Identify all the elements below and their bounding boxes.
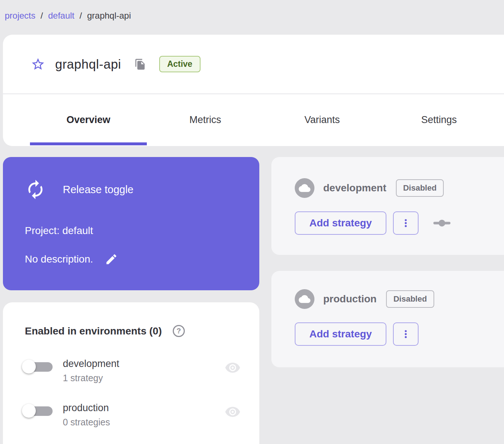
environment-status-badge: Disabled: [386, 290, 434, 308]
environment-card-name: development: [323, 182, 386, 194]
visibility-button-production[interactable]: [224, 404, 241, 420]
autorenew-icon: [25, 177, 46, 202]
environment-row-development: development 1 strategy: [25, 358, 241, 383]
status-badge: Active: [159, 56, 201, 72]
environment-name: production: [63, 402, 110, 414]
description-text: No description.: [25, 253, 93, 265]
toggle-switch-production[interactable]: [22, 403, 53, 419]
breadcrumb-current: graphql-api: [87, 11, 131, 21]
breadcrumb-separator: /: [41, 11, 43, 21]
feature-tabs: Overview Metrics Variants Settings: [3, 94, 504, 145]
more-actions-button[interactable]: [393, 211, 419, 235]
eye-icon: [224, 404, 241, 420]
add-strategy-button[interactable]: Add strategy: [295, 211, 386, 235]
breadcrumb-separator: /: [80, 11, 82, 21]
switch-thumb: [22, 360, 36, 374]
active-tab-indicator: [30, 142, 147, 145]
enabled-environments-panel: Enabled in environments (0) ? developmen…: [3, 302, 259, 444]
eye-icon: [224, 360, 241, 376]
panel-title: Enabled in environments (0): [25, 325, 162, 337]
edit-description-button[interactable]: [105, 253, 118, 266]
copy-icon: [134, 58, 146, 70]
strategy-count: 0 strategies: [63, 417, 110, 428]
environment-card-name: production: [323, 293, 377, 305]
toggle-overview-card: Release toggle Project: default No descr…: [3, 157, 259, 290]
copy-name-button[interactable]: [134, 58, 146, 70]
tab-variants[interactable]: Variants: [264, 94, 381, 145]
environment-card-development: development Disabled Add strategy: [271, 157, 504, 255]
toggle-type-row: Release toggle: [25, 177, 237, 202]
breadcrumb-link-default[interactable]: default: [48, 11, 75, 21]
environment-row-production: production 0 strategies: [25, 402, 241, 428]
more-actions-button[interactable]: [393, 322, 419, 346]
environment-name: development: [63, 358, 119, 370]
commit-icon: [433, 218, 451, 229]
breadcrumb-link-projects[interactable]: projects: [5, 11, 35, 21]
avatar: [295, 289, 314, 309]
environment-card-production: production Disabled Add strategy: [271, 271, 504, 367]
add-strategy-button[interactable]: Add strategy: [295, 322, 386, 346]
toggle-type-label: Release toggle: [63, 184, 133, 196]
tab-metrics[interactable]: Metrics: [147, 94, 264, 145]
question-mark-icon[interactable]: ?: [173, 325, 185, 337]
cloud-icon: [299, 293, 310, 305]
visibility-button-development[interactable]: [224, 360, 241, 376]
tab-settings[interactable]: Settings: [381, 94, 497, 145]
kebab-menu-icon: [401, 329, 411, 339]
switch-thumb: [22, 404, 36, 418]
favorite-button[interactable]: [31, 57, 45, 72]
cloud-icon: [299, 182, 310, 194]
strategy-count: 1 strategy: [63, 373, 119, 383]
environment-status-badge: Disabled: [396, 179, 444, 197]
page-title: graphql-api: [55, 57, 121, 72]
feature-header-card: graphql-api Active Overview Metrics Vari…: [3, 35, 504, 146]
tab-overview[interactable]: Overview: [30, 94, 147, 145]
project-label: Project: default: [25, 225, 237, 237]
breadcrumb: projects / default / graphql-api: [5, 11, 131, 21]
star-outline-icon: [31, 57, 45, 72]
toggle-switch-development[interactable]: [22, 359, 53, 375]
kebab-menu-icon: [401, 218, 411, 228]
pencil-icon: [105, 253, 118, 266]
avatar: [295, 178, 314, 198]
feature-title-row: graphql-api Active: [3, 35, 504, 94]
